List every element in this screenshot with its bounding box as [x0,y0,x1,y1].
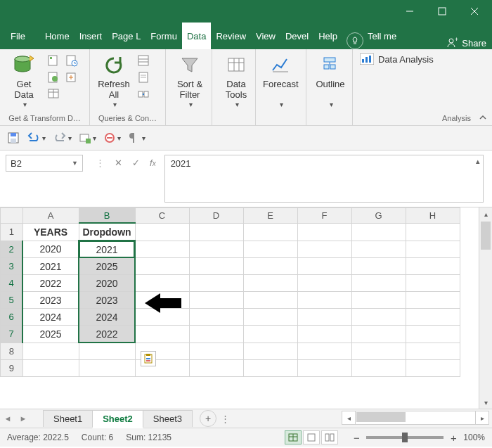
fx-icon[interactable]: fx [150,158,156,168]
maximize-button[interactable] [426,0,458,23]
cell[interactable] [297,258,351,275]
cell[interactable]: Dropdown [79,223,135,241]
tab-insert[interactable]: Insert [75,23,108,49]
tab-data[interactable]: Data [182,23,211,49]
cell[interactable]: 2023 [79,292,135,309]
tell-me-search[interactable]: Tell me [368,23,401,49]
cell[interactable] [297,241,351,258]
cell[interactable] [351,241,406,258]
cell[interactable]: 2024 [79,309,135,326]
cell[interactable] [135,241,189,258]
cell[interactable] [243,258,297,275]
cell[interactable] [406,309,460,326]
cell[interactable] [297,223,351,241]
minimize-button[interactable] [394,0,426,23]
column-header[interactable]: G [351,208,406,224]
cell[interactable] [406,241,460,258]
tab-file[interactable]: File [6,23,30,49]
redo-button[interactable]: ▾ [53,132,72,143]
cell[interactable] [243,292,297,309]
cell[interactable]: 2022 [22,275,79,292]
zoom-level[interactable]: 100% [463,433,485,442]
row-header[interactable]: 7 [1,326,23,343]
share-button[interactable]: + Share [446,37,486,49]
tab-help[interactable]: Help [313,23,342,49]
cell[interactable] [22,343,79,360]
row-header[interactable]: 2 [1,241,23,258]
name-box[interactable]: B2 ▼ [6,155,83,172]
cell[interactable] [406,326,460,343]
cell[interactable] [135,258,189,275]
cell[interactable] [351,360,406,377]
cell[interactable] [406,292,460,309]
save-button[interactable] [7,132,20,144]
sheet-tab-options-icon[interactable]: ⋮ [221,414,230,424]
row-header[interactable]: 6 [1,309,23,326]
tab-home[interactable]: Home [40,23,75,49]
cell[interactable] [79,360,135,377]
formula-options-icon[interactable]: ⋮ [96,158,105,168]
outline-button[interactable]: Outline▾ [312,52,349,108]
new-sheet-button[interactable]: + [200,410,216,427]
vertical-scrollbar[interactable]: ▴ ▾ [479,207,492,409]
scroll-thumb[interactable] [356,412,406,422]
data-analysis-button[interactable]: Data Analysis [360,53,434,65]
cell[interactable] [406,258,460,275]
cell[interactable] [189,223,243,241]
row-header[interactable]: 3 [1,258,23,275]
enter-icon[interactable]: ✓ [132,158,140,168]
sort-filter-button[interactable]: Sort & Filter▾ [171,52,208,108]
cell[interactable] [189,309,243,326]
cell[interactable]: 2023 [22,292,79,309]
cell[interactable] [189,275,243,292]
undo-button[interactable]: ▾ [27,132,46,143]
cell[interactable] [297,292,351,309]
cell[interactable] [297,326,351,343]
column-header[interactable]: E [243,208,297,224]
zoom-slider[interactable] [366,436,444,439]
get-data-button[interactable]: Get Data▾ [6,52,42,108]
forecast-button[interactable]: Forecast▾ [261,52,300,108]
column-header[interactable]: C [135,208,189,224]
cell[interactable]: 2024 [22,309,79,326]
row-header[interactable]: 8 [1,343,23,360]
tell-me-bulb-icon[interactable] [347,32,363,49]
cell[interactable] [297,343,351,360]
scroll-left-button[interactable]: ◂ [342,411,356,425]
cell[interactable] [351,326,406,343]
row-header[interactable]: 4 [1,275,23,292]
column-header[interactable]: D [189,208,243,224]
cell[interactable] [79,343,135,360]
scroll-right-button[interactable]: ▸ [475,411,489,425]
cell[interactable] [135,223,189,241]
cell[interactable] [189,241,243,258]
sheet-nav-prev[interactable]: ◄ [0,414,15,423]
from-web-button[interactable] [46,70,60,84]
cell[interactable] [243,223,297,241]
sheet-nav-next[interactable]: ► [15,414,31,423]
normal-view-button[interactable] [285,430,302,444]
cell[interactable] [297,360,351,377]
cell[interactable] [351,309,406,326]
cell[interactable] [135,309,189,326]
cell[interactable] [297,309,351,326]
cell[interactable] [135,275,189,292]
column-header[interactable]: A [22,208,79,224]
tab-view[interactable]: View [251,23,280,49]
cell[interactable] [351,292,406,309]
tab-review[interactable]: Review [211,23,251,49]
scroll-up-button[interactable]: ▴ [479,207,492,220]
cell[interactable]: 2022 [79,326,135,343]
paste-options-button[interactable] [141,351,156,366]
zoom-out-button[interactable]: − [351,432,362,444]
existing-connections-button[interactable] [65,70,79,84]
collapse-ribbon-button[interactable] [478,113,488,122]
cell[interactable] [406,360,460,377]
cell[interactable] [406,275,460,292]
cell[interactable] [243,241,297,258]
cell[interactable]: 2025 [22,326,79,343]
cell[interactable] [243,343,297,360]
qat-button-3[interactable]: ▾ [128,132,145,144]
queries-connections-button[interactable] [136,53,150,68]
column-header[interactable]: F [297,208,351,224]
